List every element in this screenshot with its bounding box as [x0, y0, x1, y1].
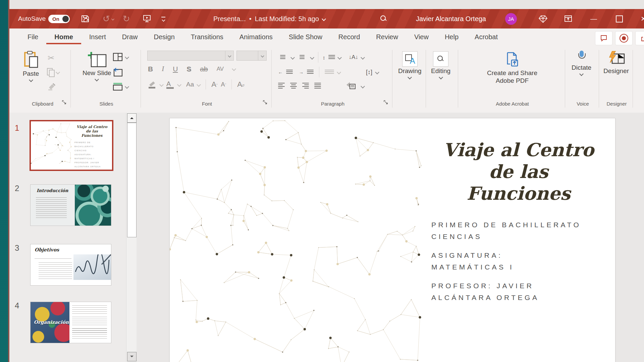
character-spacing-button[interactable]: AV [217, 66, 224, 72]
avatar[interactable]: JA [505, 9, 517, 28]
increase-indent-button[interactable]: → [299, 69, 304, 75]
dictate-chevron[interactable] [579, 72, 584, 76]
save-icon[interactable] [80, 9, 91, 28]
share-button[interactable] [635, 31, 644, 45]
tab-transitions[interactable]: Transitions [183, 28, 231, 44]
slide-thumbnail[interactable]: Objetivos [30, 244, 111, 286]
maximize-button[interactable] [616, 9, 623, 28]
editing-icon [433, 51, 448, 67]
format-painter-button[interactable] [48, 83, 56, 91]
tab-draw[interactable]: Draw [114, 28, 146, 44]
italic-button[interactable]: I [162, 65, 164, 73]
font-name-combo[interactable] [147, 51, 234, 61]
search-icon[interactable] [380, 9, 387, 28]
slide-4-number: 4 [15, 301, 19, 310]
thumbnail-scrollbar[interactable] [126, 113, 137, 362]
section-button[interactable] [113, 82, 128, 91]
undo-button[interactable]: ↺ [103, 9, 114, 28]
smartart-button[interactable] [346, 81, 356, 91]
drawing-group: A Drawing [394, 47, 426, 113]
slide-2-number: 2 [15, 184, 19, 193]
font-dialog-launcher[interactable] [263, 100, 268, 106]
copy-button[interactable] [47, 68, 59, 76]
thumb-text-lines [36, 197, 67, 218]
align-center-button[interactable] [290, 83, 297, 89]
text-shadow-button[interactable]: S [186, 65, 191, 73]
highlight-button[interactable] [148, 80, 157, 89]
drawing-chevron[interactable] [408, 75, 412, 79]
close-button[interactable]: ✕ [641, 9, 644, 28]
numbering-button[interactable] [297, 55, 308, 60]
thumb-image-teal [75, 185, 111, 226]
strikethrough-button[interactable]: ab [200, 65, 208, 73]
create-share-pdf-button[interactable]: Create and ShareAdobe PDF [479, 50, 546, 85]
line-spacing-button[interactable]: ↕ [323, 55, 325, 60]
bold-button[interactable]: B [148, 65, 153, 73]
paste-button[interactable]: Paste [22, 51, 40, 81]
designer-button[interactable]: Designer [603, 51, 629, 75]
tab-record[interactable]: Record [330, 28, 368, 44]
align-left-button[interactable] [278, 83, 285, 89]
justify-button[interactable] [314, 83, 321, 89]
new-slide-chevron[interactable] [95, 77, 99, 81]
paste-chevron[interactable] [29, 78, 33, 82]
scroll-down-button[interactable] [127, 352, 137, 361]
text-direction-button[interactable]: ↓A↓ [349, 54, 358, 61]
increase-font-button[interactable]: Aˆ [211, 80, 217, 89]
record-button[interactable] [615, 31, 633, 45]
scroll-up-button[interactable] [127, 113, 137, 123]
align-right-button[interactable] [302, 83, 309, 89]
tab-acrobat[interactable]: Acrobat [467, 28, 506, 44]
current-slide[interactable]: Viaje al Centro de las Funciones PRIMERO… [169, 118, 615, 362]
reset-slide-button[interactable] [113, 67, 123, 77]
scrollbar-thumb[interactable] [127, 123, 137, 237]
slide-thumbnail[interactable]: Viaje al Centro de las Funciones PRIMERO… [30, 120, 113, 171]
clipboard-dialog-launcher[interactable] [62, 100, 67, 106]
comments-button[interactable] [595, 31, 612, 45]
document-title[interactable]: Presenta... • Last Modified: 5h ago [213, 9, 325, 28]
ribbon-display-options-icon[interactable] [564, 9, 573, 28]
slide-title[interactable]: Viaje al Centro de las Funciones [425, 139, 612, 204]
paragraph-dialog-launcher[interactable] [383, 100, 388, 106]
autosave-toggle[interactable]: On [48, 9, 70, 28]
tab-animations[interactable]: Animations [231, 28, 281, 44]
drawing-button[interactable]: A Drawing [398, 51, 422, 79]
tab-help[interactable]: Help [437, 28, 467, 44]
decrease-font-button[interactable]: Aˇ [221, 81, 226, 88]
spacing-chevron[interactable] [232, 67, 236, 71]
font-color-button[interactable]: A [166, 80, 174, 89]
columns-button[interactable] [325, 70, 334, 75]
editing-chevron[interactable] [439, 75, 443, 79]
slide-layout-button[interactable] [113, 53, 128, 61]
tab-view[interactable]: View [406, 28, 437, 44]
bullets-button[interactable] [278, 55, 288, 60]
dictate-button[interactable]: Dictate [572, 51, 591, 75]
tab-slide-show[interactable]: Slide Show [281, 28, 330, 44]
underline-button[interactable]: U [173, 65, 178, 73]
slide-thumbnail[interactable]: Organización [30, 302, 111, 343]
tab-home[interactable]: Home [46, 28, 81, 44]
tab-file[interactable]: File [19, 28, 46, 44]
tab-design[interactable]: Design [146, 28, 183, 44]
slides-group: New Slide [72, 47, 140, 113]
quick-access-toolbar-chevron[interactable] [161, 9, 166, 28]
premium-diamond-icon[interactable] [538, 9, 548, 28]
cut-button[interactable]: ✂ [48, 53, 54, 63]
slide-1-number: 1 [15, 123, 19, 133]
tab-review[interactable]: Review [368, 28, 406, 44]
slideshow-icon[interactable] [142, 9, 152, 28]
minimize-button[interactable]: — [590, 9, 597, 28]
redo-button[interactable]: ↻ [123, 9, 130, 28]
change-case-button[interactable]: Aa [186, 81, 194, 88]
slide-thumbnail[interactable]: Introducción [30, 184, 111, 226]
chevron-down-icon [322, 17, 326, 21]
align-text-vertical-button[interactable]: [↕] [366, 69, 372, 76]
new-slide-button[interactable]: New Slide [83, 51, 111, 81]
tab-insert[interactable]: Insert [81, 28, 114, 44]
editing-button[interactable]: Editing [431, 51, 450, 79]
font-size-combo[interactable] [236, 51, 267, 61]
slide-subtitle[interactable]: PRIMERO DE BACHILLERATO CIENCIAS ASIGNAT… [431, 219, 612, 310]
decrease-indent-button[interactable]: ← [278, 69, 283, 75]
clear-formatting-button[interactable]: A◊ [237, 80, 244, 89]
account-name[interactable]: Javier Alcantara Ortega [416, 9, 486, 28]
